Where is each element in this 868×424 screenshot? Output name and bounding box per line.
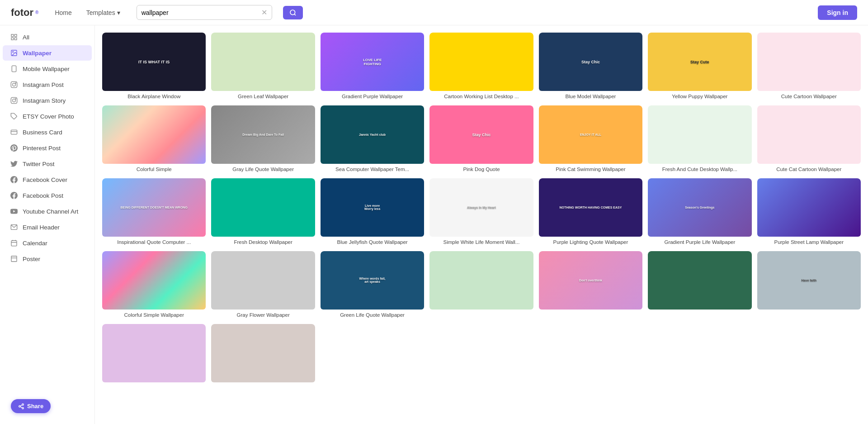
sidebar-item-instagram-post[interactable]: Instagram Post <box>3 77 92 92</box>
svg-point-26 <box>19 405 21 407</box>
card-title: Purple Lighting Quote Wallpaper <box>539 239 642 246</box>
card-title: Black Airplane Window <box>102 93 206 100</box>
sidebar-item-youtube[interactable]: Youtube Channel Art <box>3 204 92 219</box>
sidebar-label-youtube: Youtube Channel Art <box>23 208 78 215</box>
card-title: Blue Jellyfish Quote Wallpaper <box>321 239 424 246</box>
card-pink-cat[interactable]: ENJOY IT ALL Pink Cat Swimming Wallpaper <box>539 105 642 173</box>
card-cute-cat[interactable]: Cute Cat Cartoon Wallpaper <box>757 105 861 173</box>
card-yellow-puppy[interactable]: Stay Cute Yellow Puppy Wallpaper <box>648 33 751 100</box>
card-gray-flower[interactable]: Gray Flower Wallpaper <box>211 251 315 319</box>
share-button[interactable]: Share <box>11 399 51 413</box>
card-black-airplane[interactable]: IT IS WHAT IT IS Black Airplane Window <box>102 33 206 100</box>
card-blue-model[interactable]: Stay Chic Blue Model Wallpaper <box>539 33 642 100</box>
sign-in-button[interactable]: Sign in <box>818 5 857 20</box>
svg-rect-23 <box>11 256 17 262</box>
svg-rect-4 <box>14 38 17 40</box>
svg-rect-9 <box>11 81 17 87</box>
sidebar-item-twitter[interactable]: Twitter Post <box>3 156 92 172</box>
sidebar-item-business-card[interactable]: Business Card <box>3 124 92 140</box>
card-title: Gradient Purple Wallpaper <box>321 93 424 100</box>
sidebar-item-poster[interactable]: Poster <box>3 251 92 267</box>
card-cartoon-work[interactable]: Cartoon Working List Desktop ... <box>429 33 533 100</box>
card-title: Colorful Simple Wallpaper <box>102 312 206 319</box>
search-clear-icon[interactable]: ✕ <box>261 8 267 17</box>
sidebar-label-ig-story: Instagram Story <box>23 97 66 104</box>
sidebar-label-email: Email Header <box>23 224 60 231</box>
card-title: Pink Cat Swimming Wallpaper <box>539 166 642 173</box>
card-title: Inspirational Quote Computer ... <box>102 239 206 246</box>
card-fresh-cute[interactable]: Fresh And Cute Desktop Wallp... <box>648 105 751 173</box>
card-cocktail[interactable] <box>429 251 533 319</box>
pinterest-icon <box>10 144 18 152</box>
sidebar-label-all: All <box>23 34 29 41</box>
sidebar-item-instagram-story[interactable]: Instagram Story <box>3 93 92 108</box>
search-input[interactable] <box>142 9 258 16</box>
svg-point-0 <box>290 10 295 15</box>
sidebar-item-wallpaper[interactable]: Wallpaper <box>3 45 92 61</box>
card-title: Pink Dog Quote <box>429 166 533 173</box>
svg-line-28 <box>20 406 22 407</box>
sidebar-item-all[interactable]: All <box>3 29 92 45</box>
sidebar-label-fb-cover: Facebook Cover <box>23 176 67 183</box>
sidebar-item-email[interactable]: Email Header <box>3 219 92 235</box>
card-fresh-desktop[interactable]: Fresh Desktop Wallpaper <box>211 178 315 246</box>
svg-rect-12 <box>11 97 17 103</box>
card-title: Cute Cartoon Wallpaper <box>757 93 861 100</box>
card-purple-street[interactable]: Purple Street Lamp Wallpaper <box>757 178 861 246</box>
card-gray-life[interactable]: Dream Big And Dare To Fail Gray Life Quo… <box>211 105 315 173</box>
svg-rect-2 <box>14 34 17 37</box>
card-pink-dog[interactable]: Stay Chic Pink Dog Quote <box>429 105 533 173</box>
card-grad-purple[interactable]: LOVE LIFEFIGHTING Gradient Purple Wallpa… <box>321 33 424 100</box>
card-grad-purple-life[interactable]: Season's Greetings Gradient Purple Life … <box>648 178 751 246</box>
svg-rect-16 <box>11 130 17 134</box>
nav-home[interactable]: Home <box>49 6 77 19</box>
card-cute-cartoon[interactable]: Cute Cartoon Wallpaper <box>757 33 861 100</box>
card-title: Gray Flower Wallpaper <box>211 312 315 319</box>
poster-icon <box>10 255 18 263</box>
sidebar-item-facebook-post[interactable]: Facebook Post <box>3 188 92 203</box>
svg-point-6 <box>13 52 14 52</box>
sidebar-item-facebook-cover[interactable]: Facebook Cover <box>3 172 92 187</box>
card-tulip[interactable]: Have faith <box>757 251 861 319</box>
card-title: Fresh And Cute Desktop Wallp... <box>648 166 751 173</box>
sidebar-item-etsy[interactable]: ETSY Cover Photo <box>3 109 92 124</box>
card-colorful-simple[interactable]: Colorful Simple <box>102 105 206 173</box>
sidebar-item-calendar[interactable]: Calendar <box>3 235 92 251</box>
card-title: Yellow Puppy Wallpaper <box>648 93 751 100</box>
card-title: Sea Computer Wallpaper Tem... <box>321 166 424 173</box>
card-tan[interactable] <box>211 324 315 385</box>
sidebar-label-poster: Poster <box>23 256 40 262</box>
card-title: Purple Street Lamp Wallpaper <box>757 239 861 246</box>
logo-superscript: ® <box>35 10 38 15</box>
sidebar: All Wallpaper Mobile Wallpaper Instagram… <box>0 25 95 424</box>
sidebar-item-mobile-wallpaper[interactable]: Mobile Wallpaper <box>3 61 92 76</box>
phone-icon <box>10 65 18 73</box>
card-light-purple[interactable] <box>102 324 206 385</box>
logo-text: fotor <box>11 7 33 19</box>
card-icon <box>10 128 18 136</box>
sidebar-label-etsy: ETSY Cover Photo <box>23 113 74 120</box>
sidebar-item-pinterest[interactable]: Pinterest Post <box>3 140 92 156</box>
card-simple-white[interactable]: Always In My Heart Simple White Life Mom… <box>429 178 533 246</box>
card-purple-light[interactable]: NOTHING WORTH HAVING COMES EASY Purple L… <box>539 178 642 246</box>
logo[interactable]: fotor® <box>11 7 38 19</box>
nav-templates[interactable]: Templates ▾ <box>81 6 126 19</box>
sidebar-label-mobile: Mobile Wallpaper <box>23 66 70 72</box>
grid-icon <box>10 33 18 41</box>
card-title: Cute Cat Cartoon Wallpaper <box>757 166 861 173</box>
card-green-leaf[interactable]: Green Leaf Wallpaper <box>211 33 315 100</box>
card-pink-wave[interactable]: Don't overthink <box>539 251 642 319</box>
sidebar-label-pinterest: Pinterest Post <box>23 145 61 152</box>
header: fotor® Home Templates ▾ ✕ Sign in <box>0 0 868 25</box>
card-colorful-simple2[interactable]: Colorful Simple Wallpaper <box>102 251 206 319</box>
sidebar-label-twitter: Twitter Post <box>23 161 55 167</box>
card-colorful-grid[interactable] <box>648 251 751 319</box>
card-inspo-quote[interactable]: BEING DIFFERENT DOESN'T MEAN WRONG Inspi… <box>102 178 206 246</box>
card-green-life[interactable]: Where words fail,art speaks Green Life Q… <box>321 251 424 319</box>
card-blue-jellyfish[interactable]: Live moreWorry less Blue Jellyfish Quote… <box>321 178 424 246</box>
sidebar-label-fb-post: Facebook Post <box>23 192 63 199</box>
svg-line-29 <box>20 405 22 405</box>
search-button[interactable] <box>283 6 303 19</box>
card-sea-computer[interactable]: Jannic Yacht club Sea Computer Wallpaper… <box>321 105 424 173</box>
sidebar-label-ig-post: Instagram Post <box>23 81 64 88</box>
